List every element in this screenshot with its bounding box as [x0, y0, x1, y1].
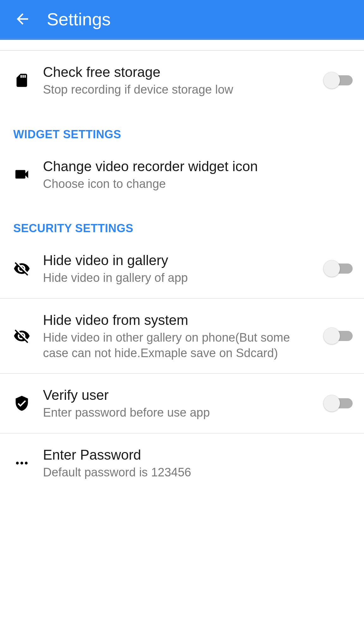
row-title: Hide video in gallery [43, 251, 311, 269]
row-subtitle: Hide video in gallery of app [43, 270, 311, 286]
section-widget-settings: WIDGET SETTINGS [0, 110, 364, 145]
svg-point-2 [25, 462, 28, 464]
row-title: Check free storage [43, 63, 311, 81]
arrow-back-icon [14, 10, 31, 28]
row-change-widget-icon[interactable]: Change video recorder widget icon Choose… [0, 145, 364, 204]
row-subtitle: Stop recording if device storage low [43, 82, 311, 97]
row-subtitle: Hide video in other gallery on phone(But… [43, 330, 311, 361]
sd-card-icon [14, 71, 30, 90]
row-title: Verify user [43, 386, 311, 404]
toggle-hide-video-gallery[interactable] [324, 260, 353, 277]
videocam-icon [13, 166, 30, 183]
verified-user-icon [14, 395, 30, 412]
visibility-off-icon [13, 327, 30, 345]
row-title: Hide video from system [43, 311, 311, 329]
row-verify-user[interactable]: Verify user Enter password before use ap… [0, 374, 364, 433]
visibility-off-icon [13, 260, 30, 277]
more-horiz-icon [14, 456, 29, 471]
back-button[interactable] [13, 10, 32, 28]
toggle-verify-user[interactable] [324, 395, 353, 412]
svg-point-1 [21, 462, 23, 464]
row-title: Enter Password [43, 446, 353, 463]
row-subtitle: Enter password before use app [43, 405, 311, 420]
svg-point-0 [16, 462, 19, 464]
row-subtitle: Default password is 123456 [43, 465, 353, 480]
top-separator [0, 40, 364, 51]
toggle-check-free-storage[interactable] [324, 72, 353, 89]
row-subtitle: Choose icon to change [43, 176, 353, 192]
toggle-hide-video-system[interactable] [324, 328, 353, 344]
app-bar: Settings [0, 0, 364, 40]
row-check-free-storage[interactable]: Check free storage Stop recording if dev… [0, 51, 364, 110]
row-hide-video-system[interactable]: Hide video from system Hide video in oth… [0, 299, 364, 374]
row-hide-video-gallery[interactable]: Hide video in gallery Hide video in gall… [0, 239, 364, 299]
section-security-settings: SECURITY SETTINGS [0, 204, 364, 239]
page-title: Settings [47, 9, 111, 29]
row-title: Change video recorder widget icon [43, 158, 353, 175]
row-enter-password[interactable]: Enter Password Default password is 12345… [0, 433, 364, 493]
